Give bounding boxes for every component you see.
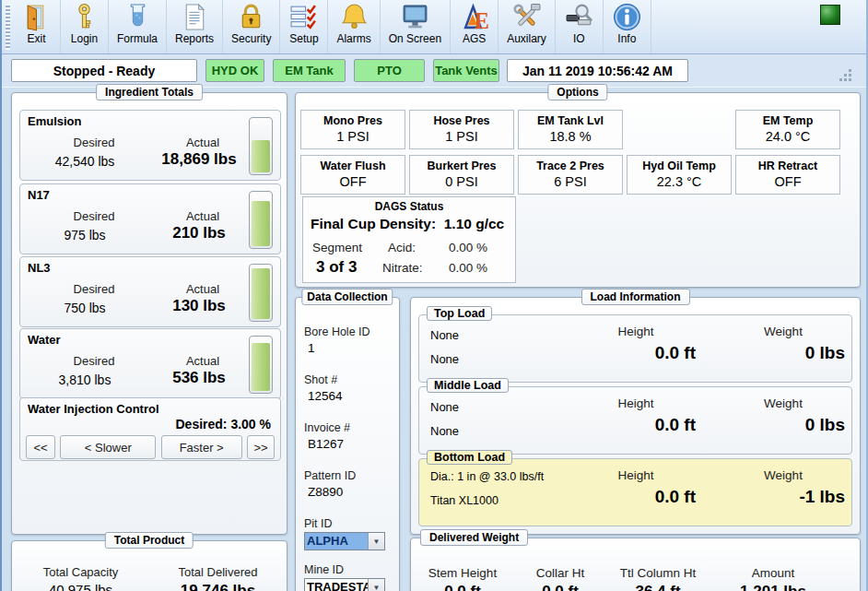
mine-id-label: Mine ID	[304, 563, 344, 576]
toolbar-button-on-screen[interactable]: On Screen	[381, 0, 451, 53]
total-delivered-value: 19,746 lbs	[149, 582, 287, 591]
chevron-down-icon[interactable]	[368, 579, 384, 591]
ingredient-box-nl3: NL3 Desired Actual 750 lbs 130 lbs	[19, 256, 281, 327]
load-box-title: Top Load	[427, 306, 492, 321]
metric-value: 6 PSI	[519, 174, 622, 189]
metric-value: OFF	[736, 174, 839, 189]
load-product-line1: None	[430, 328, 459, 342]
toolbar-button-label: Alarms	[336, 32, 370, 45]
bottom-load-box: Bottom Load Dia.: 1 in @ 33.0 lbs/ft Tit…	[418, 458, 852, 526]
desired-label: Desired	[48, 136, 140, 149]
metric-label: Mono Pres	[301, 114, 405, 127]
total-column-height-value: 36.4 ft	[606, 583, 710, 591]
actual-value: 18,869 lbs	[147, 150, 251, 169]
bore-hole-id-label: Bore Hole ID	[304, 325, 370, 338]
toolbar-button-exit[interactable]: Exit	[13, 0, 61, 53]
toolbar-button-setup[interactable]: Setup	[280, 0, 328, 53]
total-capacity-value: 40,975 lbs	[12, 582, 149, 591]
bore-hole-id-value: 1	[308, 341, 315, 355]
acid-value: 0.00 %	[449, 241, 487, 254]
level-gauge	[249, 264, 273, 322]
metric-value: 0 PSI	[410, 174, 513, 189]
desired-value: 42,540 lbs	[29, 154, 140, 169]
metric-value: 1 PSI	[410, 129, 513, 144]
load-information-panel: Load Information Top Load None None Heig…	[410, 297, 861, 535]
toolbar-button-label: On Screen	[389, 32, 441, 45]
toolbar-button-io[interactable]: IO	[556, 0, 604, 53]
slower-button[interactable]: < Slower	[60, 435, 156, 459]
mine-id-dropdown[interactable]: TRADESTA	[304, 578, 385, 591]
toolbar-button-auxiliary[interactable]: Auxilary	[499, 0, 556, 53]
metric-hr-retract: HR Retract OFF	[735, 155, 840, 195]
segment-label: Segment	[312, 241, 362, 254]
toolbar-button-login[interactable]: Login	[61, 0, 109, 53]
panel-title: Data Collection	[301, 289, 393, 305]
height-label: Height	[576, 325, 696, 338]
load-product-line2: None	[430, 352, 459, 366]
load-product-line1: None	[430, 400, 459, 414]
weight-value: 0 lbs	[705, 415, 845, 435]
load-product-line2: None	[430, 424, 459, 438]
actual-value: 130 lbs	[147, 297, 251, 315]
water-injection-desired: Desired: 3.00 %	[176, 417, 272, 431]
panel-title: Total Product	[105, 532, 194, 549]
invoice-number-label: Invoice #	[304, 421, 350, 434]
metric-label: Burkert Pres	[410, 160, 513, 172]
total-capacity-label: Total Capacity	[12, 565, 149, 579]
top-load-box: Top Load None None Height 0.0 ft Weight …	[418, 314, 852, 383]
mine-id-selected-value: TRADESTA	[305, 579, 368, 591]
height-value: 0.0 ft	[567, 487, 696, 507]
metric-water-flush: Water Flush OFF	[300, 155, 405, 195]
delivered-weight-panel: Delivered Weight Stem Height 0.0 ft Coll…	[410, 538, 861, 591]
metric-label: Trace 2 Pres	[519, 160, 622, 172]
much-faster-button[interactable]: >>	[247, 435, 275, 459]
toolbar-button-info[interactable]: Info	[604, 0, 651, 53]
metric-burkert-pres: Burkert Pres 0 PSI	[409, 155, 514, 195]
toolbar-button-reports[interactable]: Reports	[167, 0, 223, 53]
nitrate-label: Nitrate:	[382, 261, 423, 275]
resize-grip[interactable]	[849, 78, 851, 81]
toolbar-button-label: Formula	[117, 32, 158, 45]
height-label: Height	[576, 396, 696, 410]
water-injection-buttons: << < Slower Faster > >>	[26, 435, 275, 459]
pit-id-dropdown[interactable]: ALPHA	[304, 532, 385, 550]
metric-label: Hose Pres	[410, 114, 513, 127]
metric-label: EM Temp	[736, 114, 839, 127]
load-box-title: Bottom Load	[427, 450, 512, 465]
weight-value: -1 lbs	[705, 487, 845, 507]
toolbar-button-ags[interactable]: E AGS	[451, 0, 499, 53]
actual-label: Actual	[157, 282, 249, 296]
desired-value: 750 lbs	[29, 301, 140, 315]
toolbar-grip[interactable]	[6, 4, 10, 50]
level-gauge	[249, 336, 273, 394]
svg-text:E: E	[475, 8, 490, 32]
middle-load-box: Middle Load None None Height 0.0 ft Weig…	[418, 386, 852, 455]
pattern-id-value: Z8890	[308, 485, 343, 499]
ags-logo-icon: E	[459, 2, 489, 32]
toolbar: Exit Login Formula Reports Security Setu…	[2, 0, 866, 54]
toolbar-button-label: IO	[573, 32, 585, 45]
dags-status-box: DAGS Status Final Cup Density: 1.10 g/cc…	[302, 196, 516, 283]
ingredient-box-emulsion: Emulsion Desired Actual 42,540 lbs 18,86…	[19, 110, 281, 181]
metric-mono-pres: Mono Pres 1 PSI	[300, 110, 405, 149]
ingredient-name: N17	[28, 188, 50, 202]
nitrate-value: 0.00 %	[449, 261, 487, 275]
collar-height-value: 0.0 ft	[514, 583, 606, 591]
ingredient-name: Emulsion	[28, 114, 82, 128]
panel-title: Load Information	[581, 289, 690, 305]
ingredient-totals-panel: Ingredient Totals Emulsion Desired Actua…	[11, 92, 287, 535]
final-cup-density: Final Cup Density: 1.10 g/cc	[311, 216, 504, 232]
toolbar-button-security[interactable]: Security	[223, 0, 280, 53]
metric-em-tank-lvl: EM Tank Lvl 18.8 %	[518, 110, 623, 149]
density-value: 1.10 g/cc	[444, 216, 505, 231]
toolbar-button-alarms[interactable]: Alarms	[328, 0, 380, 53]
faster-button[interactable]: Faster >	[161, 435, 242, 459]
total-column-height-label: Ttl Column Ht	[606, 566, 710, 580]
metric-hose-pres: Hose Pres 1 PSI	[409, 110, 514, 149]
much-slower-button[interactable]: <<	[26, 435, 55, 459]
machine-state-display: Stopped - Ready	[11, 59, 197, 82]
chevron-down-icon[interactable]	[368, 533, 384, 550]
toolbar-button-formula[interactable]: Formula	[109, 0, 167, 53]
total-product-panel: Total Product Total Capacity Total Deliv…	[11, 540, 287, 591]
ingredient-box-water: Water Desired Actual 3,810 lbs 536 lbs	[19, 328, 281, 399]
